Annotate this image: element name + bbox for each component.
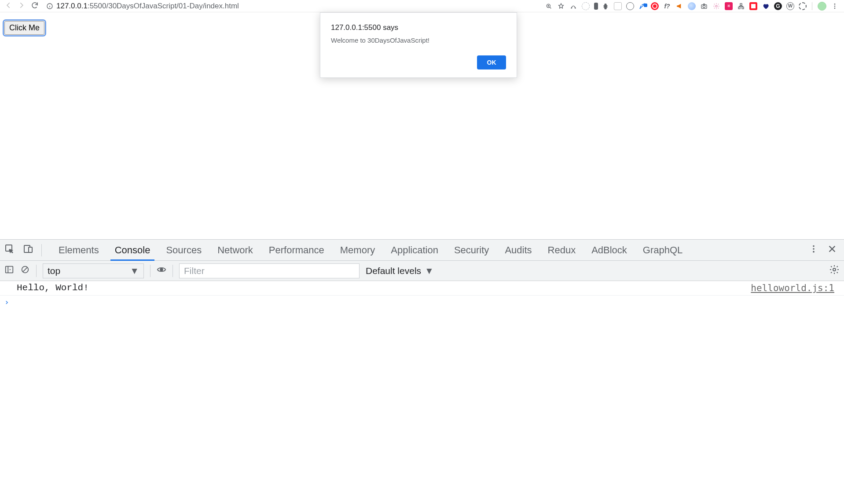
console-prompt[interactable]: › — [0, 296, 844, 309]
tab-network[interactable]: Network — [209, 240, 261, 260]
console-row: Hello, World! helloworld.js:1 — [0, 281, 844, 296]
extension-wordpress-icon[interactable]: W — [786, 2, 794, 10]
separator — [172, 265, 173, 277]
svg-line-27 — [23, 267, 27, 271]
tab-graphql[interactable]: GraphQL — [635, 240, 691, 260]
tab-adblock[interactable]: AdBlock — [583, 240, 635, 260]
site-info-icon[interactable] — [46, 2, 54, 10]
click-me-button[interactable]: Click Me — [4, 21, 44, 35]
console-body[interactable]: Hello, World! helloworld.js:1 › — [0, 281, 844, 504]
inspect-element-icon[interactable] — [4, 244, 15, 257]
extension-icon[interactable] — [594, 3, 598, 10]
svg-point-28 — [160, 268, 163, 271]
devtools-tabs: Elements Console Sources Network Perform… — [0, 240, 844, 261]
svg-point-10 — [703, 5, 705, 7]
svg-point-16 — [834, 5, 836, 7]
extension-heart-icon[interactable] — [762, 2, 770, 10]
kebab-menu-icon[interactable] — [831, 2, 839, 10]
extension-icon[interactable] — [799, 2, 807, 10]
live-expression-icon[interactable] — [157, 265, 166, 277]
tab-console[interactable]: Console — [107, 240, 158, 260]
svg-line-4 — [550, 7, 551, 8]
forward-button[interactable] — [18, 1, 26, 11]
devtools-kebab-icon[interactable] — [809, 244, 818, 256]
svg-point-11 — [716, 5, 717, 7]
clear-console-icon[interactable] — [20, 265, 30, 277]
browser-toolbar: 127.0.0.1:5500/30DaysOfJavaScript/01-Day… — [0, 0, 844, 12]
dropdown-caret-icon: ▼ — [425, 266, 434, 276]
tab-application[interactable]: Application — [383, 240, 446, 260]
console-source-link[interactable]: helloworld.js:1 — [751, 283, 834, 293]
extension-icon[interactable]: ✳ — [725, 2, 733, 10]
extension-icon[interactable]: G — [774, 2, 782, 10]
bookmark-star-icon[interactable] — [557, 2, 565, 10]
svg-point-22 — [813, 248, 815, 250]
tab-performance[interactable]: Performance — [261, 240, 332, 260]
tab-elements[interactable]: Elements — [51, 240, 107, 260]
extension-icon[interactable] — [626, 2, 634, 10]
tab-sources[interactable]: Sources — [158, 240, 209, 260]
extension-icon[interactable] — [737, 2, 745, 10]
context-label: top — [48, 266, 60, 276]
devtools-close-icon[interactable] — [827, 244, 837, 256]
svg-point-8 — [575, 7, 575, 8]
tab-audits[interactable]: Audits — [497, 240, 539, 260]
nav-buttons — [3, 1, 41, 11]
extension-megaphone-icon[interactable] — [675, 2, 683, 10]
svg-point-29 — [833, 268, 836, 271]
profile-avatar[interactable] — [818, 2, 826, 11]
extension-icon[interactable] — [639, 2, 646, 10]
js-alert-dialog: 127.0.0.1:5500 says Welcome to 30DaysOfJ… — [320, 12, 517, 78]
svg-point-21 — [813, 245, 815, 247]
extension-icon[interactable]: f? — [663, 2, 671, 10]
svg-point-17 — [834, 7, 836, 9]
extension-opera-icon[interactable] — [651, 2, 659, 10]
svg-rect-20 — [29, 247, 32, 252]
prompt-chevron-icon: › — [4, 297, 9, 307]
device-toolbar-icon[interactable] — [23, 244, 33, 257]
toolbar-divider — [812, 2, 812, 10]
extension-camera-icon[interactable] — [700, 2, 708, 10]
omnibox[interactable]: 127.0.0.1:5500/30DaysOfJavaScript/01-Day… — [46, 1, 239, 11]
console-settings-icon[interactable] — [829, 264, 840, 277]
url-host: 127.0.0.1 — [56, 2, 88, 11]
filter-placeholder: Filter — [184, 266, 205, 276]
toolbar-icons: f? ✳ G W — [545, 2, 841, 11]
separator — [36, 265, 37, 277]
viewport: Click Me 127.0.0.1:5500 says Welcome to … — [0, 12, 844, 504]
svg-rect-24 — [6, 267, 13, 273]
devtools-panel: Elements Console Sources Network Perform… — [0, 239, 844, 504]
tab-memory[interactable]: Memory — [332, 240, 383, 260]
tab-security[interactable]: Security — [446, 240, 497, 260]
alert-message: Welcome to 30DaysOfJavaScript! — [331, 37, 506, 44]
separator — [150, 265, 150, 277]
back-button[interactable] — [4, 1, 12, 11]
svg-point-23 — [813, 251, 815, 252]
extension-gear-icon[interactable] — [712, 2, 720, 10]
extension-icon[interactable] — [569, 2, 577, 10]
alert-title: 127.0.0.1:5500 says — [331, 23, 506, 32]
console-sidebar-toggle-icon[interactable] — [4, 265, 14, 277]
svg-point-15 — [834, 4, 836, 5]
dropdown-caret-icon: ▼ — [130, 266, 139, 276]
log-levels-select[interactable]: Default levels ▼ — [366, 266, 434, 276]
url-path: :5500/30DaysOfJavaScript/01-Day/index.ht… — [88, 2, 239, 11]
execution-context-select[interactable]: top ▼ — [43, 263, 144, 278]
zoom-icon[interactable] — [545, 2, 553, 10]
extension-icon[interactable] — [749, 2, 757, 10]
extension-icon[interactable] — [614, 2, 622, 10]
extension-icon[interactable] — [582, 2, 590, 10]
separator — [41, 244, 42, 256]
alert-ok-button[interactable]: OK — [477, 55, 506, 69]
levels-label: Default levels — [366, 266, 421, 276]
svg-rect-14 — [742, 7, 744, 9]
console-toolbar: top ▼ Filter Default levels ▼ — [0, 261, 844, 281]
console-message: Hello, World! — [17, 283, 89, 293]
extension-icon[interactable] — [602, 2, 609, 10]
console-filter-input[interactable]: Filter — [179, 263, 360, 278]
svg-rect-13 — [738, 7, 740, 9]
reload-button[interactable] — [31, 1, 39, 11]
tab-redux[interactable]: Redux — [540, 240, 584, 260]
extension-icon[interactable] — [688, 2, 696, 10]
svg-point-7 — [571, 7, 572, 8]
